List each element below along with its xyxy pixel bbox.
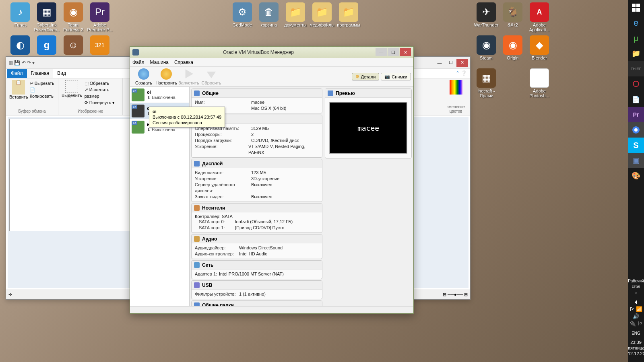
quick-access-icon: ▦ 💾 ↶ ↷ ▾: [8, 60, 35, 66]
start-button[interactable]: Запустить: [178, 68, 200, 85]
taskbar: e μ 📁 THIEF O 📄 Pr S ▣ 🎨 Рабочий стол⌄ ⏴…: [628, 0, 644, 362]
tray-lang[interactable]: ENG: [628, 329, 644, 338]
crop-button[interactable]: ⬚ Обрезать: [85, 80, 119, 86]
section-network[interactable]: Сеть Адаптер 1:Intel PRO/1000 MT Server …: [191, 260, 322, 279]
desktop-icon[interactable]: ⚙GodMode: [229, 2, 255, 27]
paste-button[interactable]: 📋Вставить: [9, 80, 28, 99]
section-display[interactable]: Дисплей Видеопамять:123 МБ Ускорение:3D-…: [191, 159, 322, 202]
menu-file[interactable]: Файл: [132, 60, 144, 65]
taskbar-chrome[interactable]: [628, 122, 644, 138]
desktop-icon[interactable]: 📁программы: [336, 2, 361, 27]
desktop-icon[interactable]: 📁медифайлы: [309, 2, 335, 27]
vb-titlebar[interactable]: Oracle VM VirtualBox Менеджер — ☐ ✕: [130, 47, 413, 58]
display-icon: [194, 161, 200, 167]
desktop-icon[interactable]: 🐐&# t2: [500, 2, 526, 27]
desktop-icon[interactable]: 321: [87, 35, 113, 56]
desktop-icon[interactable]: ◆Blender: [526, 35, 552, 60]
virtualbox-window: Oracle VM VirtualBox Менеджер — ☐ ✕ Файл…: [130, 46, 414, 314]
disk-icon: [194, 205, 200, 211]
monitor-icon: [194, 90, 200, 96]
section-shared[interactable]: Общие папки: [191, 300, 322, 306]
tray-clock[interactable]: 23:39 пятница 12.12.2014: [628, 338, 644, 358]
vm-tooltip: oi Выключена с 08.12.2014 23:57:49 Сесси…: [149, 107, 225, 128]
section-audio[interactable]: Аудио Аудиодрайвер:Windows DirectSound А…: [191, 234, 322, 259]
create-button[interactable]: Создать: [132, 68, 155, 85]
desktop-icon[interactable]: 🗑корзина: [256, 2, 282, 27]
menu-help[interactable]: Справка: [174, 60, 193, 65]
tray-icons[interactable]: ⏴🏳 📶 🔊🔌 ⚐: [628, 297, 644, 329]
taskbar-opera[interactable]: O: [628, 76, 644, 92]
svg-rect-1: [636, 4, 640, 7]
desktop-icon[interactable]: ✈WarThunder: [473, 2, 499, 27]
rotate-button[interactable]: ⟳ Повернуть ▾: [85, 99, 119, 106]
tab-home[interactable]: Главная: [27, 69, 54, 78]
vb-icon: [132, 49, 139, 56]
taskbar-app[interactable]: 📄: [628, 92, 644, 107]
preview-icon: [328, 90, 333, 96]
cursor-icon: ✛: [8, 292, 12, 297]
taskbar-explorer[interactable]: 📁: [628, 46, 644, 61]
svg-rect-3: [636, 8, 640, 12]
taskbar-paint[interactable]: 🎨: [628, 168, 644, 183]
section-usb[interactable]: USB Фильтры устройств:1 (1 активно): [191, 280, 322, 299]
colors-button[interactable]: [445, 80, 466, 95]
desktop-icon[interactable]: 📁документы: [283, 2, 308, 27]
snapshots-button[interactable]: 📷Снимки: [381, 73, 411, 80]
desktop-icon[interactable]: ◉Origin: [500, 35, 526, 60]
settings-button[interactable]: Настроить: [155, 68, 178, 85]
vb-toolbar: Создать Настроить Запустить Сбросить ⚙Де…: [130, 67, 413, 87]
discard-button[interactable]: Сбросить: [200, 68, 223, 85]
desktop-label[interactable]: Рабочий стол⌄: [628, 277, 644, 297]
cut-button[interactable]: ✂ Вырезать: [30, 80, 55, 86]
resize-button[interactable]: ⤢ Изменить размер: [85, 86, 119, 99]
minimize-button[interactable]: —: [376, 48, 387, 56]
desktop-icon[interactable]: ▦inecraft - Ярлык: [473, 68, 499, 98]
svg-rect-2: [632, 8, 636, 12]
select-button[interactable]: Выделить: [62, 80, 82, 98]
taskbar-utorrent[interactable]: μ: [628, 31, 644, 46]
preview-panel: Превью macee: [325, 88, 412, 158]
menu-machine[interactable]: Машина: [150, 60, 169, 65]
desktop-icon[interactable]: PrAdobe Premiere P...: [87, 2, 113, 32]
minimize-button[interactable]: —: [434, 59, 445, 67]
taskbar-premiere[interactable]: Pr: [628, 107, 644, 122]
help-icon[interactable]: ⌃ ❔: [452, 69, 470, 78]
maximize-button[interactable]: ☐: [388, 48, 399, 56]
desktop-icon[interactable]: ▦CyberLink PowerDirec...: [34, 2, 60, 37]
desktop-icon[interactable]: AAdobe Applicati...: [526, 2, 552, 32]
close-button[interactable]: ✕: [400, 48, 411, 56]
svg-rect-0: [632, 4, 636, 7]
tab-file[interactable]: Файл: [7, 69, 27, 78]
desktop-icon[interactable]: ◐: [7, 35, 33, 56]
zoom-slider[interactable]: ⊟ ──●── ⊞: [443, 292, 468, 297]
desktop-icon[interactable]: ♪iTunes: [7, 2, 33, 27]
usb-icon: [194, 282, 200, 288]
desktop-icon[interactable]: g: [34, 35, 60, 56]
desktop-icon[interactable]: ◉Team Fortress 2: [60, 2, 86, 32]
speaker-icon: [194, 236, 200, 242]
vb-menubar: Файл Машина Справка: [130, 58, 413, 67]
svg-point-5: [634, 128, 638, 132]
show-desktop[interactable]: [628, 358, 644, 362]
desktop-icon[interactable]: ☺: [60, 35, 86, 56]
taskbar-ie[interactable]: e: [628, 15, 644, 31]
folder-icon: [194, 302, 200, 306]
desktop-icon[interactable]: Adobe Photosh...: [526, 68, 552, 98]
section-storage[interactable]: Носители Контроллер: SATA SATA порт 0:lo…: [191, 203, 322, 233]
tab-view[interactable]: Вид: [53, 69, 70, 78]
copy-button[interactable]: 📄 Копировать: [30, 86, 55, 99]
vb-statusbar: [130, 306, 413, 313]
close-button[interactable]: ✕: [456, 59, 468, 67]
maximize-button[interactable]: ☐: [445, 59, 456, 67]
details-button[interactable]: ⚙Детали: [352, 73, 380, 80]
taskbar-thief[interactable]: THIEF: [628, 61, 644, 76]
taskbar-skype[interactable]: S: [628, 138, 644, 153]
window-title: Oracle VM VirtualBox Менеджер: [142, 49, 375, 55]
taskbar-virtualbox[interactable]: ▣: [628, 153, 644, 168]
network-icon: [194, 262, 200, 268]
vm-item[interactable]: 64oi⬇ Выключена: [130, 87, 189, 103]
vm-preview: macee: [329, 102, 407, 154]
start-button[interactable]: [628, 0, 644, 15]
desktop-icon[interactable]: ◉Steam: [473, 35, 499, 60]
